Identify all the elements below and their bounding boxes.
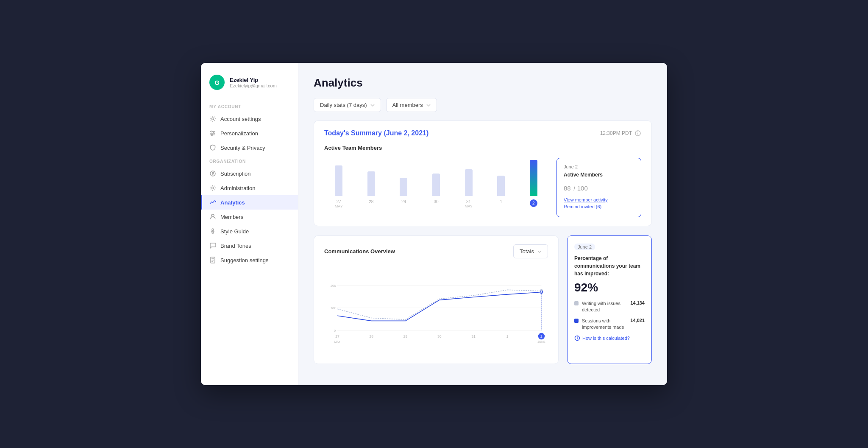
summary-time: 12:30PM PDT	[600, 130, 641, 137]
percent-date: June 2	[574, 244, 595, 250]
bar-group	[324, 165, 353, 196]
sidebar-item-brand-tones[interactable]: Brand Tones	[201, 238, 298, 253]
members-dropdown[interactable]: All members	[386, 98, 437, 112]
chart-with-detail: 27MAY28293031MAY12 June 2 Active Members…	[324, 158, 641, 217]
sidebar-item-account-settings[interactable]: Account settings	[201, 112, 298, 126]
bar-group	[519, 160, 548, 196]
bar-group	[389, 178, 418, 196]
comm-title: Communications Overview	[324, 248, 395, 255]
sidebar-item-label: Brand Tones	[220, 243, 251, 249]
sidebar: G Ezekiel Yip Ezekielyip@gmail.com MY AC…	[201, 63, 298, 385]
sidebar-item-administration[interactable]: Administration	[201, 181, 298, 195]
legend-value: 14,134	[630, 300, 645, 305]
info-circle-icon	[574, 335, 580, 341]
organization-label: ORGANIZATION	[201, 155, 298, 166]
user-email: Ezekielyip@gmail.com	[230, 83, 277, 88]
user-name: Ezekiel Yip	[230, 77, 277, 83]
svg-text:20k: 20k	[331, 284, 336, 288]
bar-label: 30	[422, 199, 451, 208]
comm-header: Communications Overview Totals	[324, 244, 548, 258]
sidebar-item-security-privacy[interactable]: Security & Privacy	[201, 140, 298, 155]
admin-gear-icon	[209, 185, 216, 191]
summary-header: Today's Summary (June 2, 2021) 12:30PM P…	[324, 129, 641, 137]
chevron-down-icon-2	[426, 104, 431, 106]
remind-invited-link[interactable]: Remind invited (6)	[564, 204, 634, 209]
svg-text:27: 27	[335, 334, 339, 339]
sidebar-item-label: Security & Privacy	[220, 145, 265, 151]
bar-group	[357, 171, 386, 196]
bar	[530, 160, 537, 196]
sidebar-item-members[interactable]: Members	[201, 210, 298, 224]
shield-icon	[209, 144, 216, 151]
controls-row: Daily stats (7 days) All members	[314, 98, 652, 112]
svg-point-11	[212, 229, 214, 230]
bar-label: 29	[389, 199, 418, 208]
doc-icon	[209, 257, 216, 263]
bar-labels: 27MAY28293031MAY12	[324, 199, 548, 208]
detail-label: Active Members	[564, 172, 634, 178]
sidebar-item-label: Suggestion settings	[220, 257, 268, 263]
user-info: Ezekiel Yip Ezekielyip@gmail.com	[230, 77, 277, 88]
svg-point-6	[211, 134, 213, 136]
brush-icon	[209, 228, 216, 235]
bar-label: 2	[519, 199, 548, 208]
svg-point-5	[213, 133, 214, 134]
sliders-icon	[209, 130, 216, 137]
how-calculated-link[interactable]: How is this calculated?	[574, 335, 645, 341]
summary-title: Today's Summary (June 2, 2021)	[324, 129, 428, 137]
info-icon	[634, 130, 641, 137]
sidebar-item-label: Administration	[220, 185, 255, 191]
svg-point-4	[211, 131, 212, 132]
sidebar-item-label: Style Guide	[220, 228, 249, 235]
sidebar-item-personalization[interactable]: Personalization	[201, 126, 298, 140]
svg-text:28: 28	[370, 334, 374, 339]
my-account-label: MY ACCOUNT	[201, 100, 298, 112]
summary-card: Today's Summary (June 2, 2021) 12:30PM P…	[314, 120, 652, 226]
bottom-row: Communications Overview Totals 010k20k27…	[314, 235, 652, 364]
view-member-activity-link[interactable]: View member activity	[564, 197, 634, 202]
legend-text: Sessions with improvements made	[582, 318, 627, 331]
legend-container: Writing with issues detected 14,134 Sess…	[574, 300, 645, 331]
svg-rect-13	[212, 232, 214, 233]
svg-text:31: 31	[471, 334, 476, 339]
svg-point-20	[638, 132, 638, 132]
svg-text:0: 0	[334, 329, 336, 333]
svg-text:MAY: MAY	[334, 340, 341, 343]
sidebar-item-analytics[interactable]: Analytics	[201, 195, 298, 210]
svg-text:30: 30	[437, 334, 442, 339]
bar-chart-wrapper: 27MAY28293031MAY12	[324, 158, 548, 208]
bar	[335, 165, 342, 196]
totals-dropdown[interactable]: Totals	[513, 244, 548, 258]
sidebar-item-label: Account settings	[220, 116, 261, 122]
sidebar-item-suggestion-settings[interactable]: Suggestion settings	[201, 253, 298, 267]
svg-text:JUNE: JUNE	[537, 340, 545, 343]
sidebar-item-style-guide[interactable]: Style Guide	[201, 224, 298, 238]
detail-date: June 2	[564, 164, 634, 169]
bar-label: 27MAY	[324, 199, 353, 208]
bar-label: 1	[487, 199, 516, 208]
svg-text:29: 29	[403, 334, 408, 339]
bar-group	[422, 174, 451, 196]
dollar-icon	[209, 170, 216, 177]
percent-value: 92%	[574, 281, 645, 294]
sidebar-item-label: Personalization	[220, 130, 258, 137]
bar-label: 28	[357, 199, 386, 208]
sidebar-item-subscription[interactable]: Subscription	[201, 166, 298, 181]
bar	[367, 171, 375, 196]
bar	[465, 169, 473, 196]
bar-group	[487, 176, 516, 196]
chevron-down-icon-3	[537, 250, 542, 253]
bar-label: 31MAY	[454, 199, 483, 208]
percent-description: Percentage of communications your team h…	[574, 255, 645, 277]
svg-point-0	[212, 118, 214, 120]
svg-text:10k: 10k	[331, 306, 336, 310]
svg-rect-12	[211, 231, 214, 232]
active-members-title: Active Team Members	[324, 145, 641, 151]
avatar: G	[209, 75, 225, 90]
app-container: G Ezekiel Yip Ezekielyip@gmail.com MY AC…	[201, 63, 667, 385]
user-profile: G Ezekiel Yip Ezekielyip@gmail.com	[201, 75, 298, 100]
bars-container	[324, 158, 548, 196]
legend-value: 14,021	[630, 318, 645, 323]
period-dropdown[interactable]: Daily stats (7 days)	[314, 98, 381, 112]
legend-item: Sessions with improvements made 14,021	[574, 318, 645, 331]
